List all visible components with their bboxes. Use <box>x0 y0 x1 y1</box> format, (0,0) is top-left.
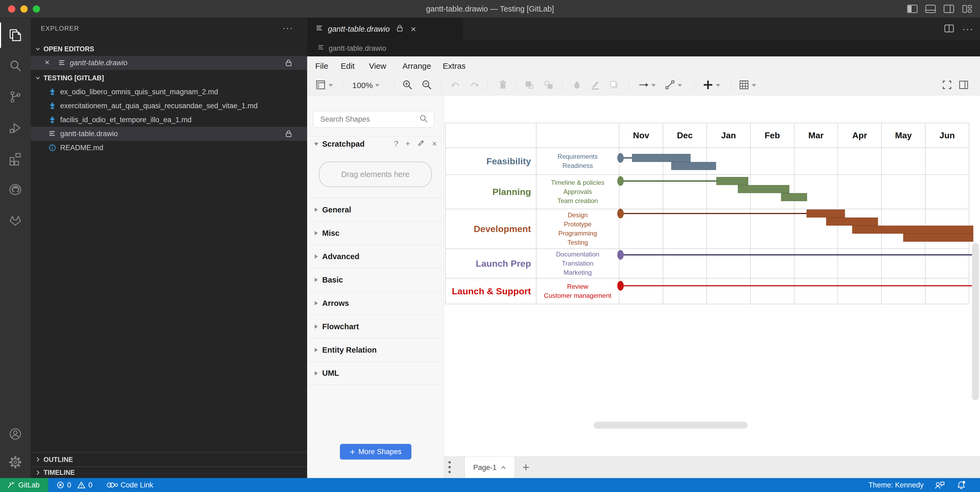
gantt-phase-label[interactable]: Launch & Support <box>446 279 536 304</box>
gantt-month-header[interactable]: May <box>882 123 926 147</box>
line-color-icon[interactable] <box>590 76 601 95</box>
gantt-bar[interactable] <box>807 210 845 218</box>
gantt-month-header[interactable]: Mar <box>794 123 838 147</box>
zoom-in-icon[interactable] <box>402 76 413 95</box>
scratchpad-drop-zone[interactable]: Drag elements here <box>319 161 432 187</box>
gantt-month-header[interactable]: Apr <box>838 123 882 147</box>
gantt-grid-cell[interactable] <box>926 279 969 304</box>
file-row-md-down-arrow[interactable]: facilis_id_odio_et_tempore_illo_ea_1.md <box>30 113 307 127</box>
problems-indicator[interactable]: 0 0 <box>56 478 92 492</box>
gantt-milestone-circle[interactable] <box>617 153 624 163</box>
extensions-icon[interactable] <box>0 144 30 174</box>
split-editor-icon[interactable] <box>944 24 954 34</box>
waypoints-icon[interactable] <box>664 76 682 95</box>
insert-icon[interactable] <box>702 76 720 95</box>
add-page-button[interactable]: + <box>522 460 530 474</box>
gantt-header-phase-cell[interactable] <box>446 123 536 147</box>
explorer-icon[interactable] <box>0 21 30 50</box>
gantt-grid-cell[interactable] <box>882 249 926 278</box>
gantt-bar[interactable] <box>903 234 973 242</box>
gantt-milestone-circle[interactable] <box>617 176 624 186</box>
gantt-grid-cell[interactable] <box>751 279 794 304</box>
gantt-milestone-circle[interactable] <box>617 250 624 260</box>
gantt-task-list[interactable]: DesignPrototypeProgrammingTesting <box>536 209 620 248</box>
gantt-grid-cell[interactable] <box>838 249 882 278</box>
menu-extras[interactable]: Extras <box>443 62 466 71</box>
to-back-icon[interactable] <box>543 76 554 95</box>
file-row-md-down-arrow[interactable]: ex_odio_libero_omnis_quis_sunt_magnam_2.… <box>30 85 307 99</box>
menu-edit[interactable]: Edit <box>341 62 355 71</box>
gantt-bar[interactable] <box>671 162 716 170</box>
gantt-task-list[interactable]: ReviewCustomer management <box>536 279 620 304</box>
gantt-connector-line[interactable] <box>623 180 716 182</box>
gantt-grid-cell[interactable] <box>926 175 969 209</box>
gantt-connector-line[interactable] <box>623 285 973 286</box>
remote-indicator[interactable]: GitLab <box>0 478 48 492</box>
category-entity-relation[interactable]: Entity Relation <box>307 338 444 361</box>
gantt-grid-cell[interactable] <box>838 175 882 209</box>
gantt-phase-label[interactable]: Feasibility <box>446 148 536 174</box>
gantt-milestone-circle[interactable] <box>617 281 624 291</box>
to-front-icon[interactable] <box>523 76 535 95</box>
gantt-task-list[interactable]: Timeline & policiesApprovalsTeam creatio… <box>536 175 620 209</box>
pages-menu-icon[interactable] <box>449 461 451 473</box>
gantt-phase-label[interactable]: Development <box>446 209 536 248</box>
vertical-scrollbar[interactable] <box>972 243 979 400</box>
gantt-grid-cell[interactable] <box>882 148 926 174</box>
notifications-item[interactable] <box>956 478 966 492</box>
category-flowchart[interactable]: Flowchart <box>307 315 444 338</box>
gantt-task-list[interactable]: RequirementsReadiness <box>536 148 620 174</box>
menu-view[interactable]: View <box>369 62 386 71</box>
zoom-out-icon[interactable] <box>421 76 432 95</box>
gantt-bar[interactable] <box>716 177 748 185</box>
gantt-grid-cell[interactable] <box>926 249 969 278</box>
gantt-grid-cell[interactable] <box>619 279 663 304</box>
category-misc[interactable]: Misc <box>307 221 444 245</box>
gantt-grid-cell[interactable] <box>794 175 838 209</box>
gantt-bar[interactable] <box>632 154 690 162</box>
gantt-grid-cell[interactable] <box>663 209 707 248</box>
page-tab[interactable]: Page-1 <box>465 457 515 478</box>
run-debug-icon[interactable] <box>0 113 30 143</box>
format-panel-icon[interactable] <box>958 76 969 95</box>
gantt-grid-cell[interactable] <box>707 209 751 248</box>
customize-layout-icon[interactable] <box>961 4 973 13</box>
workspace-section[interactable]: TESTING [GITLAB] <box>30 71 307 85</box>
gantt-grid-cell[interactable] <box>794 148 838 174</box>
scratchpad-close-icon[interactable]: × <box>432 139 437 149</box>
gantt-month-header[interactable]: Feb <box>751 123 794 147</box>
scratchpad-help-icon[interactable]: ? <box>394 139 398 149</box>
gantt-grid-cell[interactable] <box>663 249 707 278</box>
gantt-month-header[interactable]: Nov <box>619 123 663 147</box>
scratchpad-edit-icon[interactable] <box>417 139 425 149</box>
drawio-canvas[interactable]: NovDecJanFebMarAprMayJunFeasibilityRequi… <box>444 96 980 457</box>
github-icon[interactable] <box>0 175 30 204</box>
gantt-grid-cell[interactable] <box>882 279 926 304</box>
toggle-panel-icon[interactable] <box>925 4 937 13</box>
search-icon[interactable] <box>0 51 30 81</box>
gantt-grid-cell[interactable] <box>794 279 838 304</box>
gantt-grid-cell[interactable] <box>663 175 707 209</box>
gantt-phase-label[interactable]: Launch Prep <box>446 249 536 278</box>
outline-section[interactable]: OUTLINE <box>30 452 307 467</box>
gantt-milestone-circle[interactable] <box>617 209 624 218</box>
source-control-icon[interactable] <box>0 82 30 112</box>
gantt-header-task-cell[interactable] <box>536 123 620 147</box>
shadow-icon[interactable] <box>608 76 620 95</box>
gantt-connector-line[interactable] <box>623 254 973 255</box>
gitlab-icon[interactable] <box>0 206 30 235</box>
editor-more-actions-icon[interactable]: ··· <box>962 23 974 35</box>
gantt-grid-cell[interactable] <box>663 279 707 304</box>
scratchpad-add-icon[interactable]: + <box>406 139 410 149</box>
toggle-sidebar-icon[interactable] <box>907 4 918 13</box>
gantt-phase-label[interactable]: Planning <box>446 175 536 209</box>
gantt-grid-cell[interactable] <box>838 279 882 304</box>
gantt-task-list[interactable]: DocumentationTranslationMarketing <box>536 249 620 278</box>
gantt-bar[interactable] <box>826 218 878 226</box>
gantt-month-header[interactable]: Jun <box>926 123 969 147</box>
gantt-grid-cell[interactable] <box>926 148 969 174</box>
category-advanced[interactable]: Advanced <box>307 245 444 268</box>
file-row-md-down-arrow[interactable]: exercitationem_aut_quia_quasi_recusandae… <box>30 99 307 113</box>
table-icon[interactable] <box>738 76 756 95</box>
gantt-bar[interactable] <box>738 185 789 193</box>
